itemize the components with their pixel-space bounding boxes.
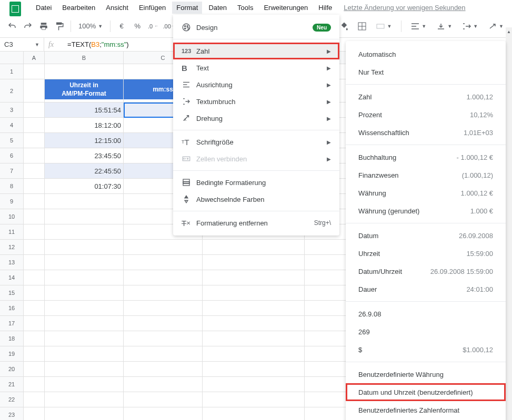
fmt-item-design[interactable]: DesignNeu: [173, 19, 339, 36]
cell[interactable]: [203, 285, 305, 300]
cell[interactable]: [24, 270, 45, 285]
cell[interactable]: [124, 407, 203, 420]
row-header[interactable]: 2: [0, 79, 24, 102]
cell[interactable]: [203, 362, 305, 376]
cell[interactable]: [24, 103, 45, 117]
menu-ansicht[interactable]: Ansicht: [102, 2, 133, 14]
cell[interactable]: [24, 163, 45, 178]
numfmt-item-nur-text[interactable]: Nur Text: [346, 63, 506, 81]
menu-hilfe[interactable]: Hilfe: [314, 2, 336, 14]
cell[interactable]: [124, 240, 203, 254]
h-align-combo[interactable]: ▼: [407, 19, 430, 34]
menu-datei[interactable]: Datei: [32, 2, 56, 14]
numfmt-item-automatisch[interactable]: Automatisch: [346, 45, 506, 63]
fmt-item-abwechselnde-farben[interactable]: Abwechselnde Farben: [173, 191, 339, 208]
cell[interactable]: [45, 301, 124, 315]
cell[interactable]: [45, 224, 124, 239]
cell[interactable]: [24, 362, 45, 376]
cell[interactable]: [45, 331, 124, 346]
row-header[interactable]: 14: [0, 270, 24, 285]
fmt-item-zahl[interactable]: 123Zahl▶: [173, 43, 339, 59]
row-header[interactable]: 22: [0, 392, 24, 407]
cell[interactable]: [124, 316, 203, 331]
cell[interactable]: [203, 392, 305, 407]
cell[interactable]: [24, 240, 45, 254]
row-header[interactable]: 17: [0, 316, 24, 331]
row-header[interactable]: 1: [0, 64, 24, 79]
cell[interactable]: [203, 316, 305, 331]
row-header[interactable]: 19: [0, 346, 24, 361]
row-header[interactable]: 18: [0, 331, 24, 346]
cell[interactable]: [24, 377, 45, 392]
cell[interactable]: 18:12:00: [45, 118, 124, 132]
cell[interactable]: [24, 194, 45, 209]
scroll-up-icon[interactable]: ▲: [506, 27, 512, 36]
cell[interactable]: 15:51:54: [45, 103, 124, 117]
cell[interactable]: [124, 362, 203, 376]
cell[interactable]: [24, 179, 45, 193]
cell[interactable]: [45, 270, 124, 285]
row-header[interactable]: 11: [0, 224, 24, 239]
cell[interactable]: [24, 285, 45, 300]
cell[interactable]: [24, 331, 45, 346]
cell[interactable]: Uhrzeit in AM/PM-Format: [45, 79, 124, 102]
cell[interactable]: [24, 209, 45, 224]
fmt-item-drehung[interactable]: ADrehung▶: [173, 110, 339, 127]
cell[interactable]: [45, 64, 124, 79]
cell[interactable]: [203, 377, 305, 392]
numfmt-item-finanzwesen[interactable]: Finanzwesen(1.000,12): [346, 166, 506, 184]
menu-bearbeiten[interactable]: Bearbeiten: [58, 2, 99, 14]
numfmt-item-benutzerdefinierte-w-hrung[interactable]: Benutzerdefinierte Währung: [346, 365, 506, 383]
numfmt-item-26-9-08[interactable]: 26.9.08: [346, 305, 506, 323]
numfmt-item-buchhaltung[interactable]: Buchhaltung- 1.000,12 €: [346, 148, 506, 166]
row-header[interactable]: 12: [0, 240, 24, 254]
fmt-item-formatierung-entfernen[interactable]: T✕Formatierung entfernenStrg+\: [173, 214, 339, 231]
numfmt-item-datum-uhrzeit[interactable]: Datum/Uhrzeit26.09.2008 15:59:00: [346, 262, 506, 280]
cell[interactable]: [24, 148, 45, 163]
numfmt-item-dauer[interactable]: Dauer24:01:00: [346, 280, 506, 298]
row-header[interactable]: 7: [0, 163, 24, 178]
row-header[interactable]: 4: [0, 118, 24, 132]
cell[interactable]: [45, 209, 124, 224]
currency-button[interactable]: €: [114, 18, 129, 34]
cell[interactable]: [124, 346, 203, 361]
menu-tools[interactable]: Tools: [233, 2, 257, 14]
cell[interactable]: 23:45:50: [45, 148, 124, 163]
menu-erweiterungen[interactable]: Erweiterungen: [259, 2, 312, 14]
row-header[interactable]: 8: [0, 179, 24, 193]
cell[interactable]: 12:15:00: [45, 133, 124, 148]
row-header[interactable]: 10: [0, 209, 24, 224]
cell[interactable]: [124, 301, 203, 315]
cell[interactable]: [24, 133, 45, 148]
row-header[interactable]: 6: [0, 148, 24, 163]
numfmt-item-datum[interactable]: Datum26.09.2008: [346, 227, 506, 244]
numfmt-item-benutzerdefiniertes-zahlenformat[interactable]: Benutzerdefiniertes Zahlenformat: [346, 401, 506, 419]
last-change-link[interactable]: Letzte Änderung vor wenigen Sekunden: [344, 4, 465, 12]
print-button[interactable]: [36, 18, 52, 34]
cell[interactable]: [45, 285, 124, 300]
cell[interactable]: 22:45:50: [45, 163, 124, 178]
fmt-item-ausrichtung[interactable]: Ausrichtung▶: [173, 76, 339, 93]
v-align-combo[interactable]: ▼: [433, 19, 456, 34]
merge-combo[interactable]: ▼: [372, 19, 396, 34]
cell[interactable]: [203, 407, 305, 420]
numfmt-item-wissenschaftlich[interactable]: Wissenschaftlich1,01E+03: [346, 124, 506, 141]
undo-button[interactable]: [4, 18, 20, 34]
percent-button[interactable]: %: [129, 18, 145, 34]
cell[interactable]: [45, 392, 124, 407]
cell[interactable]: [24, 79, 45, 102]
menu-daten[interactable]: Daten: [204, 2, 231, 14]
cell[interactable]: [203, 270, 305, 285]
numfmt-item-w-hrung-gerundet-[interactable]: Währung (gerundet)1.000 €: [346, 202, 506, 220]
numfmt-item-269[interactable]: 269: [346, 323, 506, 341]
cell[interactable]: [203, 255, 305, 270]
cell[interactable]: [203, 331, 305, 346]
wrap-combo[interactable]: ▼: [458, 19, 482, 34]
vertical-scrollbar[interactable]: ▲: [506, 27, 512, 420]
cell[interactable]: [45, 407, 124, 420]
row-header[interactable]: 5: [0, 133, 24, 148]
cell[interactable]: [45, 194, 124, 209]
cell[interactable]: [124, 377, 203, 392]
row-header[interactable]: 23: [0, 407, 24, 420]
numfmt-item--[interactable]: $$1.000,12: [346, 341, 506, 358]
